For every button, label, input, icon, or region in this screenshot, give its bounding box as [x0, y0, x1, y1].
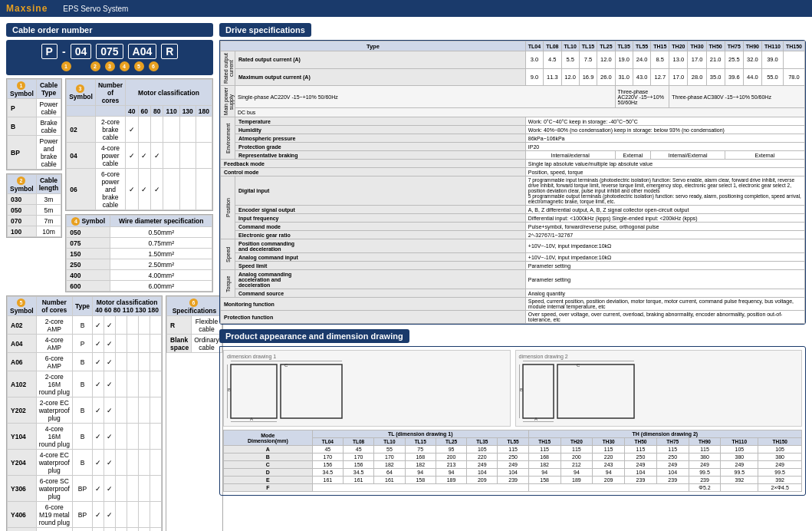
specifications-table: 6Specifications RFlexible cable Blank sp… — [166, 296, 222, 353]
feedback-mode-value: Single lap absolute value/multiple lap a… — [525, 160, 804, 168]
three-phase-220-supply: Three-phase AC220V -15~+10% 50/60Hz — [615, 86, 669, 108]
section-connector: 5Symbol Number of cores Type Motor class… — [6, 295, 163, 531]
drive-specs-main-table: Type TL04 TL08 TL10 TL15 TL25 TL35 TL55 … — [220, 41, 805, 324]
command-source-value: Analog quantity — [525, 289, 804, 298]
svg-text:A: A — [250, 417, 253, 421]
logo: Maxsine — [6, 3, 48, 14]
product-drawing-title: Product appearance and dimension drawing — [219, 329, 409, 343]
electronic-gear-value: 2^-32767/1~32767 — [525, 231, 804, 239]
code-075: 075 — [96, 44, 123, 59]
left-panel: Cable order number P - 04 075 A04 R 1 — [6, 23, 213, 531]
th-drive-svg: A C B — [519, 361, 642, 422]
dimension-table: ModeDimension(mm) TL (dimension drawing … — [223, 430, 802, 492]
drive-specs-box: Type TL04 TL08 TL10 TL15 TL25 TL35 TL55 … — [219, 40, 806, 325]
svg-text:B: B — [520, 388, 523, 392]
speed-group: Speed — [221, 239, 235, 270]
code-P: P — [41, 44, 58, 59]
circle-3: 3 — [105, 61, 115, 71]
sec4-circle: 4 — [71, 217, 80, 226]
dim-row-F: F Φ5.2 2×Φ4.5 — [224, 484, 802, 492]
section-cable-type: 1SymbolCable Type PPower cable BBrake ca… — [6, 78, 62, 170]
circle-2: 2 — [90, 61, 100, 71]
circle-6: 6 — [149, 61, 159, 71]
environment-group: Environment — [221, 117, 235, 160]
rated-output-group: Rated outputcurrent — [221, 51, 235, 86]
analog-command-value: +10V~-10V, input impedance:10kΩ — [525, 253, 804, 262]
protection-value: Over speed, over voltage, over current, … — [525, 311, 804, 324]
humidity-value: Work: 40%~80% (no condensation) keep in … — [525, 126, 804, 134]
dim-row-B: B 170170170168200220250 1682002202502503… — [224, 453, 802, 461]
torque-group: Torque — [221, 270, 235, 298]
page: Maxsine EPS Servo System Cable order num… — [0, 0, 812, 531]
right-panel: Drive specifications Type TL04 TL08 TL10… — [219, 23, 806, 531]
three-phase-380-supply: Three-phase AC380V -15~+10% 50/60Hz — [669, 86, 805, 108]
drawing2: dimension drawing 2 A C B — [515, 350, 803, 427]
dim-row-E: E 161161161158189209239 1581892092392392… — [224, 477, 802, 484]
svg-text:A: A — [534, 417, 537, 421]
sec1-circle: 1 — [17, 81, 25, 90]
drawing1: dimension drawing 1 A C B — [223, 350, 511, 427]
cable-order-section: Cable order number P - 04 075 A04 R 1 — [6, 23, 213, 531]
code-R: R — [161, 44, 178, 59]
drawing2-label: dimension drawing 2 — [519, 354, 799, 359]
sec3-circle: 3 — [76, 84, 84, 93]
num-cores-table: 3Symbol Number of cores Motor classifica… — [66, 79, 212, 210]
power-supply-group: Main powersupply — [221, 86, 235, 117]
sec5-circle: 5 — [17, 298, 25, 307]
left-sections-bottom: 5Symbol Number of cores Type Motor class… — [6, 295, 213, 531]
drawings-row: dimension drawing 1 A C B — [223, 350, 802, 427]
temp-value: Work: 0°C~40°C keep in storage: -40°C~50… — [525, 117, 804, 126]
connector-table: 5Symbol Number of cores Type Motor class… — [7, 296, 162, 531]
left-sections-top: 1SymbolCable Type PPower cable BBrake ca… — [6, 78, 213, 295]
svg-text:B: B — [228, 388, 231, 392]
code-A04: A04 — [128, 44, 157, 59]
speed-limit-value: Parameter setting — [525, 262, 804, 270]
circle-4: 4 — [120, 61, 130, 71]
svg-rect-9 — [557, 364, 634, 418]
cable-length-table: 2SymbolCable length 0303m 0505m 0707m 10… — [7, 174, 61, 237]
section-wire-diameter: 4SymbolWire diameter specification 0500.… — [65, 214, 213, 292]
circle-5: 5 — [134, 61, 144, 71]
digital-input-value: 7 programmable input terminals (photoele… — [525, 176, 804, 206]
dim-row-A: A 4545557595105115 115115115115115115105… — [224, 446, 802, 453]
sec6-circle: 6 — [189, 298, 198, 307]
drawing1-label: dimension drawing 1 — [227, 354, 507, 359]
command-mode-value: Pulse+symbol, forward/reverse pulse, ort… — [525, 223, 804, 231]
analog-commanding-value: Parameter setting — [525, 270, 804, 289]
code-04: 04 — [71, 44, 92, 59]
monitoring-value: Speed, current position, position deviat… — [525, 298, 804, 311]
encoder-signal-value: A, B, Z differential output, A, B, Z sig… — [525, 206, 804, 214]
drive-specs-title: Drive specifications — [219, 23, 311, 37]
tl-drive-svg: A C B — [227, 361, 350, 422]
control-mode-value: Position, speed, torque — [525, 168, 804, 176]
single-phase-supply: Single-phase AC220V -15~+10% 50/60Hz — [235, 86, 616, 108]
protection-grade-value: IP20 — [525, 143, 804, 151]
header-title: EPS Servo System — [63, 5, 128, 13]
header: Maxsine EPS Servo System — [0, 0, 812, 17]
section-cable-length: 2SymbolCable length 0303m 0505m 0707m 10… — [6, 173, 62, 238]
left-col1: 1SymbolCable Type PPower cable BBrake ca… — [6, 78, 62, 295]
cable-order-title: Cable order number — [6, 23, 213, 37]
sec2-circle: 2 — [17, 176, 25, 185]
input-freq-value: Differential input: <1000kHz (kpps) Sing… — [525, 214, 804, 223]
product-drawing-box: dimension drawing 1 A C B — [219, 346, 806, 496]
pos-commanding-value: +10V~-10V, input impedance:10kΩ — [525, 239, 804, 253]
main-content: Cable order number P - 04 075 A04 R 1 — [0, 17, 812, 531]
svg-text:C: C — [284, 363, 288, 368]
wire-diameter-table: 4SymbolWire diameter specification 0500.… — [66, 215, 212, 292]
circle-1: 1 — [61, 61, 71, 71]
pressure-value: 86kPa~106kPa — [525, 134, 804, 143]
section-specifications: 6Specifications RFlexible cable Blank sp… — [166, 295, 223, 531]
cable-code-display: P - 04 075 A04 R 1 2 3 4 5 6 — [6, 40, 213, 75]
svg-rect-1 — [281, 364, 342, 418]
section-num-cores: 3Symbol Number of cores Motor classifica… — [65, 78, 213, 211]
dim-row-D: D 34.534.5649494104104 94949410410499.59… — [224, 469, 802, 477]
left-col2: 3Symbol Number of cores Motor classifica… — [65, 78, 213, 295]
dim-row-C: C 156156182182213249249 1822122432492492… — [224, 461, 802, 469]
code-dash1: - — [62, 45, 66, 58]
cable-type-table: 1SymbolCable Type PPower cable BBrake ca… — [7, 79, 61, 170]
svg-rect-8 — [523, 364, 554, 418]
dc-bus: DC bus — [235, 108, 805, 117]
position-group: Position — [221, 176, 235, 239]
svg-rect-0 — [231, 364, 277, 418]
